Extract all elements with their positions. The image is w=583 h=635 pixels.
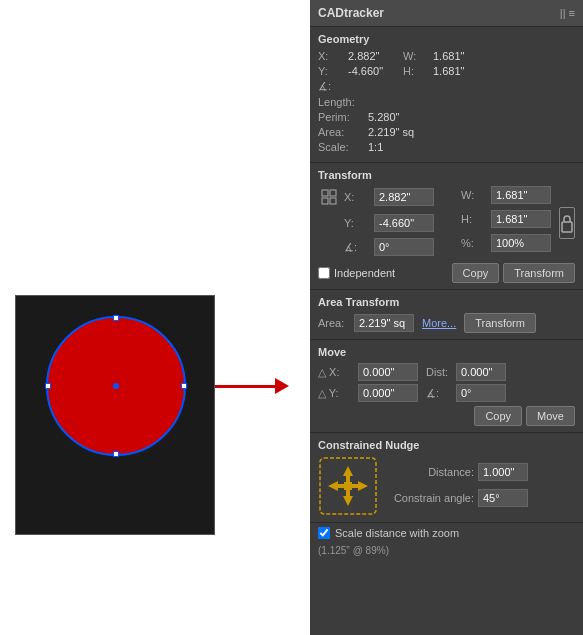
nudge-distance-input[interactable] <box>478 463 528 481</box>
length-label: Length: <box>318 96 355 108</box>
transform-x-row: X: <box>318 186 457 208</box>
nudge-distance-label: Distance: <box>388 466 478 478</box>
move-dy-input[interactable] <box>358 384 418 402</box>
scale-checkbox-row: Scale distance with zoom <box>310 523 583 543</box>
transform-angle-label: ∡: <box>344 241 374 254</box>
geometry-ywh-row: Y: -4.660" H: 1.681" <box>318 65 575 77</box>
move-title: Move <box>318 346 575 358</box>
y-value: -4.660" <box>348 65 403 77</box>
transform-y-input[interactable] <box>374 214 434 232</box>
y-label: Y: <box>318 65 348 77</box>
area-transform-row: Area: More... Transform <box>318 313 575 333</box>
control-point-center[interactable] <box>113 383 119 389</box>
area-transform-label: Area: <box>318 317 348 329</box>
panel-header: CADtracker || ≡ <box>310 0 583 27</box>
svg-rect-2 <box>322 198 328 204</box>
transform-right-col: W: H: %: <box>461 186 551 259</box>
control-point-right[interactable] <box>181 383 187 389</box>
move-dist-input[interactable] <box>456 363 506 381</box>
area-geo-row: Area: 2.219" sq <box>318 126 575 138</box>
svg-marker-10 <box>328 481 338 491</box>
move-section: Move △ X: Dist: △ Y: ∡: Copy Move <box>310 340 583 433</box>
geometry-angle-row: ∡: <box>318 80 575 93</box>
transform-x-label: X: <box>344 191 374 203</box>
svg-rect-3 <box>330 198 336 204</box>
transform-h-label: H: <box>461 213 491 225</box>
transform-icon <box>318 186 340 208</box>
lock-icon[interactable] <box>559 207 575 239</box>
move-dx-input[interactable] <box>358 363 418 381</box>
transform-w-label: W: <box>461 189 491 201</box>
transform-y-label: Y: <box>344 217 374 229</box>
transform-title: Transform <box>318 169 575 181</box>
h-value: 1.681" <box>433 65 488 77</box>
scale-label: Scale distance with zoom <box>335 527 459 539</box>
move-dx-label: △ X: <box>318 366 358 379</box>
nudge-angle-label: Constrain angle: <box>388 492 478 504</box>
transform-angle-row: ∡: <box>318 238 457 256</box>
arrow-line <box>215 385 275 388</box>
independent-checkbox[interactable] <box>318 267 330 279</box>
transform-h-input[interactable] <box>491 210 551 228</box>
canvas-area <box>0 0 310 635</box>
move-angle-label: ∡: <box>426 387 456 400</box>
svg-marker-6 <box>343 466 353 476</box>
nudge-angle-row: Constrain angle: <box>388 489 528 507</box>
constrained-nudge-title: Constrained Nudge <box>318 439 575 451</box>
transform-copy-button[interactable]: Copy <box>452 263 500 283</box>
circle-shape <box>46 316 186 456</box>
scale-checkbox[interactable] <box>318 527 330 539</box>
transform-y-row: Y: <box>318 214 457 232</box>
area-transform-more-button[interactable]: More... <box>420 317 458 329</box>
x-value: 2.882" <box>348 50 403 62</box>
nudge-distance-row: Distance: <box>388 463 528 481</box>
move-copy-button[interactable]: Copy <box>474 406 522 426</box>
move-button-row: Copy Move <box>318 406 575 426</box>
arrow-indicator <box>215 378 289 394</box>
geometry-xy-row: X: 2.882" W: 1.681" <box>318 50 575 62</box>
control-point-top[interactable] <box>113 315 119 321</box>
transform-pct-row: %: <box>461 234 551 252</box>
nudge-icon[interactable] <box>318 456 378 516</box>
move-y-row: △ Y: ∡: <box>318 384 575 402</box>
area-geo-value: 2.219" sq <box>368 126 423 138</box>
perim-row: Perim: 5.280" <box>318 111 575 123</box>
area-transform-button[interactable]: Transform <box>464 313 536 333</box>
svg-rect-14 <box>344 482 352 490</box>
angle-label: ∡: <box>318 80 348 93</box>
svg-marker-8 <box>343 496 353 506</box>
independent-checkbox-row: Independent <box>318 267 395 279</box>
transform-w-input[interactable] <box>491 186 551 204</box>
area-transform-title: Area Transform <box>318 296 575 308</box>
bottom-note: (1.125" @ 89%) <box>310 543 583 562</box>
transform-section: Transform X: <box>310 163 583 290</box>
independent-label: Independent <box>334 267 395 279</box>
constrained-nudge-section: Constrained Nudge <box>310 433 583 523</box>
control-point-bottom[interactable] <box>113 451 119 457</box>
transform-button[interactable]: Transform <box>503 263 575 283</box>
svg-rect-1 <box>330 190 336 196</box>
scale-label: Scale: <box>318 141 368 153</box>
nudge-angle-input[interactable] <box>478 489 528 507</box>
panel-controls[interactable]: || ≡ <box>560 7 575 19</box>
nudge-content: Distance: Constrain angle: <box>318 456 575 516</box>
move-button[interactable]: Move <box>526 406 575 426</box>
area-transform-input[interactable] <box>354 314 414 332</box>
canvas-dark <box>15 295 215 535</box>
move-angle-input[interactable] <box>456 384 506 402</box>
transform-left-col: X: Y: ∡: <box>318 186 457 259</box>
scale-value: 1:1 <box>368 141 423 153</box>
scale-row: Scale: 1:1 <box>318 141 575 153</box>
perim-label: Perim: <box>318 111 368 123</box>
move-dy-label: △ Y: <box>318 387 358 400</box>
transform-x-input[interactable] <box>374 188 434 206</box>
w-value: 1.681" <box>433 50 488 62</box>
control-point-left[interactable] <box>45 383 51 389</box>
area-transform-section: Area Transform Area: More... Transform <box>310 290 583 340</box>
nudge-fields: Distance: Constrain angle: <box>388 463 528 510</box>
transform-button-row: Independent Copy Transform <box>318 263 575 283</box>
svg-marker-12 <box>358 481 368 491</box>
transform-pct-input[interactable] <box>491 234 551 252</box>
transform-angle-input[interactable] <box>374 238 434 256</box>
move-x-row: △ X: Dist: <box>318 363 575 381</box>
